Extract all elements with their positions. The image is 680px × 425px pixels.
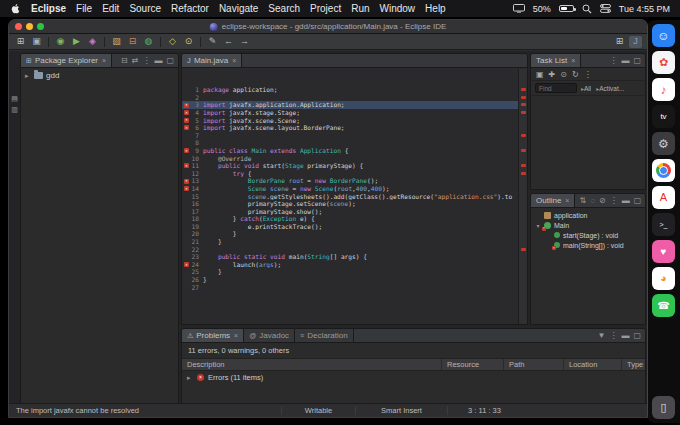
column-header-location[interactable]: Location (564, 359, 622, 370)
view-menu-icon[interactable]: ⋮ (610, 197, 618, 205)
maximize-icon[interactable]: ▢ (633, 57, 641, 65)
minimized-view-icon-2[interactable]: ▥ (11, 106, 18, 113)
dock-app-red-white[interactable]: ✿ (652, 51, 675, 74)
new-java-project-icon[interactable]: ▧ (110, 36, 123, 48)
outline-item-class[interactable]: ▾×Main (531, 220, 645, 230)
menu-source[interactable]: Source (129, 3, 161, 14)
link-editor-icon[interactable]: ⇄ (132, 57, 139, 65)
dock-chrome[interactable] (652, 159, 675, 182)
tab-javadoc[interactable]: @Javadoc (244, 329, 295, 342)
error-ruler-mark[interactable] (521, 96, 526, 99)
column-header-type[interactable]: Type (622, 359, 645, 370)
column-header-resource[interactable]: Resource (442, 359, 504, 370)
error-ruler-mark[interactable] (521, 88, 526, 91)
hide-static-icon[interactable]: ⊘ (599, 197, 606, 205)
sort-icon[interactable]: ⇅ (579, 197, 586, 205)
java-perspective-button[interactable]: J (629, 36, 642, 48)
close-button[interactable] (15, 23, 22, 30)
save-icon[interactable]: ▣ (30, 36, 43, 48)
outline-item-package[interactable]: application (531, 210, 645, 220)
code-editor[interactable]: 1package application;2×3import javafx.ap… (182, 69, 518, 324)
column-header-path[interactable]: Path (504, 359, 564, 370)
menu-navigate[interactable]: Navigate (219, 3, 258, 14)
menu-run[interactable]: Run (351, 3, 369, 14)
error-marker-icon[interactable]: × (184, 148, 189, 153)
control-center-icon[interactable] (600, 4, 611, 13)
problems-group-row[interactable]: ▸×Errors (11 items) (182, 371, 645, 384)
error-marker-icon[interactable]: × (184, 179, 189, 184)
tab-task-list[interactable]: Task List × (531, 54, 581, 67)
dock-acrobat[interactable]: A (652, 186, 675, 209)
hide-fields-icon[interactable]: ◌ (590, 197, 595, 205)
error-marker-icon[interactable]: × (184, 103, 189, 108)
menu-clock[interactable]: Tue 4:55 PM (619, 4, 670, 14)
filter-activat[interactable]: ▸Activat... (596, 85, 624, 92)
debug-icon[interactable]: ◉ (54, 36, 67, 48)
minimize-button[interactable] (26, 23, 33, 30)
error-ruler-mark[interactable] (521, 149, 526, 152)
close-icon[interactable]: × (565, 197, 569, 204)
minimize-icon[interactable]: ▬ (621, 332, 629, 340)
dock-terminal[interactable]: >_ (652, 213, 675, 236)
back-icon[interactable]: ← (222, 36, 235, 48)
collapse-all-icon[interactable]: ⊟ (121, 57, 128, 65)
close-icon[interactable]: × (234, 332, 238, 339)
dock-app-pink[interactable]: ♥ (652, 240, 675, 263)
find-input[interactable] (535, 83, 577, 93)
menu-search[interactable]: Search (268, 3, 300, 14)
new-class-icon[interactable]: ◍ (142, 36, 155, 48)
dock-app-orange[interactable]: ◕ (652, 267, 675, 290)
view-menu-icon[interactable]: ⋮ (609, 332, 617, 340)
tree-item-gdd[interactable]: ▸gdd (21, 68, 178, 83)
spotlight-icon[interactable] (582, 4, 592, 14)
filter-icon[interactable]: ▼ (598, 332, 606, 340)
expand-arrow[interactable]: ▸ (187, 374, 193, 382)
menu-window[interactable]: Window (380, 3, 416, 14)
tab-problems[interactable]: ⚠Problems× (182, 329, 244, 342)
error-ruler-mark[interactable] (521, 248, 526, 251)
open-perspective-icon[interactable]: ⊞ (613, 36, 626, 48)
sync-icon[interactable]: ↻ (572, 70, 579, 79)
dock-music[interactable]: ♪ (652, 78, 675, 101)
error-marker-icon[interactable]: × (184, 186, 189, 191)
view-menu-icon[interactable]: ⋮ (609, 57, 617, 65)
error-ruler-mark[interactable] (521, 164, 526, 167)
column-header-description[interactable]: Description (182, 359, 442, 370)
new-package-icon[interactable]: ⊟ (126, 36, 139, 48)
error-ruler-mark[interactable] (521, 111, 526, 114)
overview-ruler[interactable] (518, 69, 527, 324)
error-marker-icon[interactable]: × (184, 125, 189, 130)
error-ruler-mark[interactable] (521, 103, 526, 106)
error-marker-icon[interactable]: × (184, 262, 189, 267)
add-task-icon[interactable]: ✚ (549, 70, 556, 79)
display-icon[interactable] (513, 4, 525, 13)
tab-package-explorer[interactable]: ⊞ Package Explorer × (21, 54, 112, 67)
maximize-icon[interactable]: ▢ (634, 197, 642, 205)
new-wizard-icon[interactable]: ⊞ (14, 36, 27, 48)
tab-outline[interactable]: Outline × (531, 194, 575, 207)
dock-apple-tv[interactable]: tv (652, 105, 675, 128)
error-marker-icon[interactable]: × (184, 163, 189, 168)
search-icon[interactable]: ⊙ (182, 36, 195, 48)
expand-arrow[interactable]: ▸ (25, 72, 31, 80)
close-icon[interactable]: × (102, 57, 106, 64)
dock-app-green[interactable]: ☎ (652, 294, 675, 317)
menu-edit[interactable]: Edit (102, 3, 119, 14)
view-menu-icon[interactable]: ⋮ (142, 57, 150, 65)
menu-help[interactable]: Help (425, 3, 446, 14)
outline-item-method[interactable]: ×main(String[]) : void (531, 240, 645, 250)
maximize-icon[interactable]: ▢ (633, 332, 641, 340)
new-task-icon[interactable]: ▣ (536, 70, 544, 79)
window-titlebar[interactable]: eclipse-workspace - gdd/src/application/… (9, 20, 647, 34)
error-ruler-mark[interactable] (521, 172, 526, 175)
error-ruler-mark[interactable] (521, 134, 526, 137)
outline-item-method[interactable]: start(Stage) : void (531, 230, 645, 240)
app-menu[interactable]: Eclipse (31, 3, 66, 14)
close-icon[interactable]: × (232, 57, 236, 64)
tab-declaration[interactable]: ≡Declaration (295, 329, 354, 342)
maximize-icon[interactable]: ▢ (166, 57, 174, 65)
apple-menu-icon[interactable] (10, 3, 21, 14)
battery-icon[interactable] (559, 5, 574, 12)
error-marker-icon[interactable]: × (184, 110, 189, 115)
menu-project[interactable]: Project (310, 3, 341, 14)
